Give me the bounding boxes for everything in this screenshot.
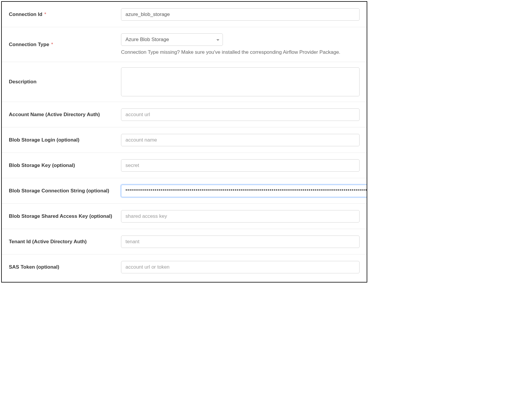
required-star: * xyxy=(43,12,46,17)
row-blob-storage-login: Blob Storage Login (optional) xyxy=(2,127,367,153)
label-text: Connection Type xyxy=(9,42,49,47)
label-cell: Blob Storage Key (optional) xyxy=(9,162,121,169)
label-cell: Blob Storage Login (optional) xyxy=(9,137,121,144)
row-description: Description xyxy=(2,62,367,102)
field-cell: Azure Blob Storage Connection Type missi… xyxy=(121,33,360,56)
row-account-name-ad: Account Name (Active Directory Auth) xyxy=(2,102,367,127)
blob-storage-key-label: Blob Storage Key (optional) xyxy=(9,163,75,168)
label-text: Connection Id xyxy=(9,12,42,17)
row-blob-storage-key: Blob Storage Key (optional) xyxy=(2,153,367,178)
row-connection-type: Connection Type * Azure Blob Storage Con… xyxy=(2,27,367,62)
account-name-ad-label: Account Name (Active Directory Auth) xyxy=(9,112,100,117)
label-cell: Account Name (Active Directory Auth) xyxy=(9,111,121,118)
row-blob-storage-conn-string: Blob Storage Connection String (optional… xyxy=(2,178,367,204)
blob-storage-login-label: Blob Storage Login (optional) xyxy=(9,137,79,143)
connection-type-select[interactable]: Azure Blob Storage xyxy=(121,33,223,46)
field-cell xyxy=(121,134,360,146)
connection-id-input[interactable] xyxy=(121,8,360,21)
account-name-ad-input[interactable] xyxy=(121,108,360,121)
sas-token-input[interactable] xyxy=(121,261,360,273)
required-star: * xyxy=(50,42,53,47)
tenant-id-label: Tenant Id (Active Directory Auth) xyxy=(9,239,87,244)
select-wrap: Azure Blob Storage xyxy=(121,33,223,46)
row-connection-id: Connection Id * xyxy=(2,2,367,27)
field-cell xyxy=(121,159,360,172)
connection-id-label: Connection Id * xyxy=(9,12,46,17)
sas-token-label: SAS Token (optional) xyxy=(9,264,59,270)
blob-storage-shared-key-label: Blob Storage Shared Access Key (optional… xyxy=(9,213,112,219)
description-label: Description xyxy=(9,79,37,85)
connection-type-help-text: Connection Type missing? Make sure you'v… xyxy=(121,49,360,56)
field-cell xyxy=(121,8,360,21)
blob-storage-key-input[interactable] xyxy=(121,159,360,172)
label-cell: Connection Id * xyxy=(9,11,121,18)
label-cell: SAS Token (optional) xyxy=(9,264,121,271)
field-cell xyxy=(121,236,360,248)
field-cell xyxy=(121,261,360,273)
blob-storage-shared-key-input[interactable] xyxy=(121,210,360,223)
blob-storage-conn-string-input[interactable]: ••••••••••••••••••••••••••••••••••••••••… xyxy=(121,185,367,197)
row-sas-token: SAS Token (optional) xyxy=(2,254,367,280)
description-textarea[interactable] xyxy=(121,67,360,96)
field-cell xyxy=(121,108,360,121)
label-cell: Description xyxy=(9,78,121,85)
field-cell: ••••••••••••••••••••••••••••••••••••••••… xyxy=(121,185,367,197)
tenant-id-input[interactable] xyxy=(121,236,360,248)
row-blob-storage-shared-key: Blob Storage Shared Access Key (optional… xyxy=(2,204,367,229)
field-cell xyxy=(121,67,360,96)
label-cell: Blob Storage Connection String (optional… xyxy=(9,187,121,194)
blob-storage-conn-string-label: Blob Storage Connection String (optional… xyxy=(9,188,109,194)
connection-form: Connection Id * Connection Type * Azure … xyxy=(1,1,367,283)
label-cell: Connection Type * xyxy=(9,41,121,48)
blob-storage-login-input[interactable] xyxy=(121,134,360,146)
connection-type-label: Connection Type * xyxy=(9,42,53,47)
field-cell xyxy=(121,210,360,223)
label-cell: Tenant Id (Active Directory Auth) xyxy=(9,238,121,245)
label-cell: Blob Storage Shared Access Key (optional… xyxy=(9,213,121,220)
row-tenant-id: Tenant Id (Active Directory Auth) xyxy=(2,229,367,254)
